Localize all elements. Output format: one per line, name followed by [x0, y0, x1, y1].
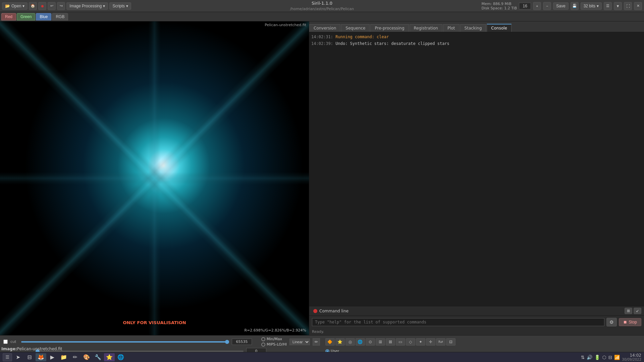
app-browser[interactable]: 🌐 — [115, 353, 126, 361]
save-as-button[interactable]: 💾 — [571, 2, 579, 10]
toolbar: 📂 Open ▾ 🏠 ⏺ ↩ ↪ Image Processing ▾ Scri… — [0, 0, 644, 12]
app-tasks[interactable]: ⊟ — [24, 353, 35, 361]
image-label: Image:Pelican-unstretched.fit — [1, 347, 62, 351]
command-line-title: Command line — [319, 309, 348, 313]
close-button[interactable]: ✕ — [634, 2, 642, 10]
icon-13[interactable]: ⊟ — [446, 338, 455, 346]
stretch-mode-select[interactable]: Linear Asinh Log Sqrt — [289, 339, 310, 345]
console-output: 14:02:31: Running command: clear 14:02:3… — [309, 32, 644, 306]
tab-blue[interactable]: Blue — [36, 13, 51, 20]
app-firefox[interactable]: 🦊 — [36, 353, 46, 361]
taskbar-icon-wifi[interactable]: 📶 — [614, 355, 620, 360]
chevron-down-icon: ▾ — [103, 4, 105, 8]
bottom-controls: cut 65535 Min/Max MIPS-LO/HI Linear Asin… — [0, 335, 644, 352]
command-input[interactable] — [312, 318, 604, 326]
mem-info: Mem: 886.9 MiB Disk Space: 1.2 TiB — [481, 2, 517, 10]
toolbar-right: Mem: 886.9 MiB Disk Space: 1.2 TiB + − S… — [481, 2, 642, 10]
tab-green[interactable]: Green — [17, 13, 35, 20]
icon-11[interactable]: ✛ — [426, 338, 435, 346]
log-line-2: 14:02:39: Undo: Synthetic stars: desatur… — [311, 41, 642, 47]
chevron-down-icon: ▾ — [126, 4, 128, 8]
icon-5[interactable]: ⊙ — [366, 338, 375, 346]
bottom-slider[interactable] — [36, 351, 244, 352]
icon-6[interactable]: ⊞ — [376, 338, 385, 346]
cmd-icon-btn-1[interactable]: ⊞ — [625, 308, 632, 314]
app-image[interactable]: 🎨 — [81, 353, 92, 361]
record-button[interactable]: ⏺ — [38, 2, 46, 10]
top-slider-value: 65535 — [232, 339, 252, 345]
tab-sequence[interactable]: Sequence — [341, 24, 370, 32]
taskbar-clock: 14:02 30/09/2022 — [622, 353, 641, 361]
home-button[interactable]: 🏠 — [29, 2, 37, 10]
icon-4[interactable]: 🌐 — [356, 338, 365, 346]
cmd-icon-btn-2[interactable]: ↙ — [634, 308, 641, 314]
expand-button[interactable]: ▼ — [614, 2, 622, 10]
app-terminal[interactable]: ▶ — [47, 353, 58, 361]
app-siril[interactable]: ⭐ — [104, 353, 115, 361]
tab-stacking[interactable]: Stacking — [460, 24, 486, 32]
tab-rgb[interactable]: RGB — [52, 13, 68, 20]
channel-tabs: Red Green Blue RGB — [0, 12, 644, 21]
taskbar-icon-1[interactable]: ⇅ — [581, 355, 585, 360]
thread-up-button[interactable]: + — [533, 2, 541, 10]
taskbar-icon-bluetooth[interactable]: ⬡ — [602, 355, 606, 360]
scripts-button[interactable]: Scripts ▾ — [109, 2, 131, 10]
coords-bar: R=2.698%/G=2.826%/B=2.924% — [244, 328, 306, 333]
bits-button[interactable]: 32 bits ▾ — [581, 2, 602, 10]
hamburger-button[interactable]: ☰ — [604, 2, 612, 10]
icon-8[interactable]: ▭ — [396, 338, 405, 346]
icon-9[interactable]: ◇ — [406, 338, 415, 346]
radio-mips[interactable]: MIPS-LO/HI — [261, 342, 287, 347]
radio-group: Min/Max MIPS-LO/HI — [261, 337, 287, 347]
taskbar-icon-4[interactable]: ⊟ — [608, 355, 612, 360]
ready-status: Ready. — [309, 328, 644, 335]
slider-top-row: cut 65535 Min/Max MIPS-LO/HI Linear Asin… — [3, 337, 641, 347]
taskbar-right: ⇅ 🔊 🔋 ⬡ ⊟ 📶 14:02 30/09/2022 — [581, 353, 641, 361]
open-button[interactable]: 📂 Open ▾ — [2, 2, 28, 10]
taskbar: ☰ ➤ ⊟ 🦊 ▶ 📁 ✏ 🎨 🔧 ⭐ 🌐 ⇅ 🔊 🔋 ⬡ ⊟ 📶 14:02 … — [0, 352, 644, 362]
fullscreen-button[interactable]: ⛶ — [624, 2, 632, 10]
taskbar-menu-button[interactable]: ☰ — [3, 353, 12, 361]
stop-button[interactable]: ⏹ Stop — [619, 318, 641, 326]
filename-overlay: Pelican-unstretched.fit — [265, 23, 306, 27]
app-text[interactable]: ✏ — [70, 353, 80, 361]
save-button[interactable]: Save — [553, 2, 568, 10]
app-tool[interactable]: 🔧 — [93, 353, 103, 361]
thread-input[interactable] — [519, 3, 531, 9]
tab-red[interactable]: Red — [1, 13, 16, 20]
app-title: Siril-1.1.0 /home/adrian/astro/Pelican/P… — [290, 0, 354, 12]
command-area: Command line ⊞ ↙ ⚙ ⏹ Stop Ready. — [309, 306, 644, 335]
command-header: Command line ⊞ ↙ — [309, 306, 644, 316]
top-slider[interactable] — [21, 341, 229, 343]
chevron-down-icon: ▾ — [597, 4, 599, 8]
tab-plot[interactable]: Plot — [443, 24, 460, 32]
app-arrow[interactable]: ➤ — [13, 353, 23, 361]
star-image — [0, 21, 309, 335]
cmd-run-button[interactable]: ⚙ — [606, 318, 617, 326]
taskbar-icon-2[interactable]: 🔊 — [587, 355, 592, 360]
undo-button[interactable]: ↩ — [48, 2, 56, 10]
thread-down-button[interactable]: − — [543, 2, 551, 10]
redo-button[interactable]: ↪ — [57, 2, 65, 10]
tab-preprocessing[interactable]: Pre-processing — [370, 24, 409, 32]
status-indicator — [313, 309, 317, 313]
image-processing-button[interactable]: Image Processing ▾ — [66, 2, 108, 10]
icon-1[interactable]: 🔶 — [325, 338, 335, 346]
visualisation-warning: ONLY FOR VISUALISATION — [123, 320, 186, 325]
icon-2[interactable]: ⭐ — [335, 338, 345, 346]
tab-conversion[interactable]: Conversion — [309, 24, 340, 32]
right-panel: Conversion Sequence Pre-processing Regis… — [309, 21, 644, 335]
radio-minmax[interactable]: Min/Max — [261, 337, 287, 341]
icon-10[interactable]: ✦ — [416, 338, 425, 346]
icon-7[interactable]: ⊠ — [386, 338, 395, 346]
tab-registration[interactable]: Registration — [410, 24, 442, 32]
stretch-edit-button[interactable]: ✏ — [313, 338, 320, 346]
icon-3[interactable]: ◎ — [345, 338, 355, 346]
cut-checkbox[interactable] — [3, 340, 8, 344]
icon-12[interactable]: R⇄ — [436, 338, 445, 346]
image-view: Pelican-unstretched.fit ONLY FOR VISUALI… — [0, 21, 309, 335]
tab-console[interactable]: Console — [487, 24, 512, 32]
taskbar-icon-3[interactable]: 🔋 — [594, 355, 600, 360]
app-files[interactable]: 📁 — [58, 353, 69, 361]
cut-label: cut — [10, 340, 18, 344]
